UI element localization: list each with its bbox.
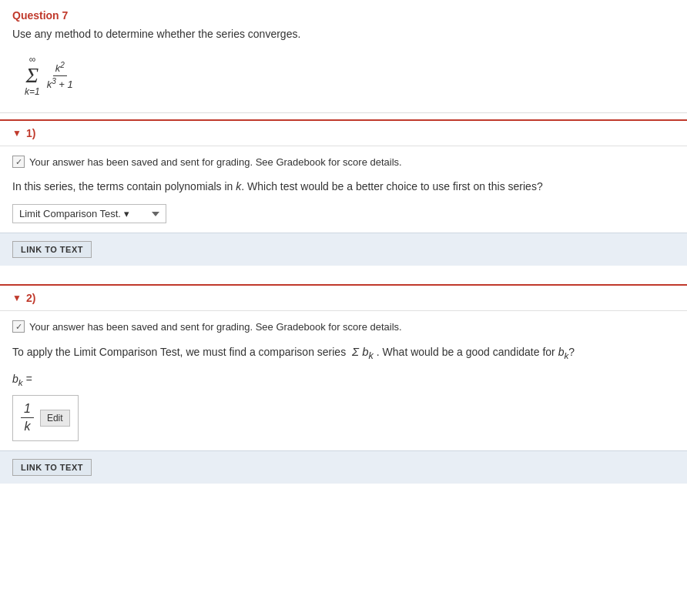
section-1-triangle: ▼ [12, 128, 22, 139]
sigma-bottom: k=1 [25, 86, 40, 97]
edit-button[interactable]: Edit [40, 410, 70, 427]
section-1-number: 1) [26, 127, 35, 139]
question-header: Question 7 Use any method to determine w… [0, 0, 687, 113]
answer-box: 1 k Edit [12, 395, 79, 441]
answer-fraction: 1 k [21, 402, 34, 434]
test-dropdown[interactable]: Limit Comparison Test. ▾ Comparison Test… [12, 204, 166, 223]
section-2-link-bar: LINK TO TEXT [0, 450, 687, 484]
formula-fraction: k2 k3 + 1 [45, 61, 75, 90]
section-2-number: 2) [26, 292, 35, 304]
math-formula: ∞ Σ k=1 k2 k3 + 1 [25, 54, 75, 97]
answer-numerator: 1 [21, 402, 34, 418]
check-icon: ✓ [12, 156, 25, 168]
section-1-body-text: In this series, the terms contain polyno… [12, 179, 675, 195]
sigma-container: ∞ Σ k=1 [25, 54, 40, 97]
formula-numerator: k2 [53, 61, 67, 75]
formula-denominator: k3 + 1 [45, 76, 75, 90]
answer-denominator: k [21, 418, 33, 434]
section-2-panel: ▼ 2) ✓ Your answer has been saved and se… [0, 284, 687, 484]
section-1-header[interactable]: ▼ 1) [0, 121, 687, 146]
section-1-body: ✓ Your answer has been saved and sent fo… [0, 146, 687, 266]
section-1-link-to-text-button[interactable]: LINK TO TEXT [12, 241, 92, 258]
section-1-link-bar: LINK TO TEXT [0, 233, 687, 266]
b-k-label: bk = [12, 373, 675, 387]
section-2-body: ✓ Your answer has been saved and sent fo… [0, 310, 687, 484]
section-2-body-text: To apply the Limit Comparison Test, we m… [12, 343, 675, 363]
question-title: Question 7 [12, 9, 675, 22]
section-2-check-icon: ✓ [12, 320, 25, 333]
section-2-link-to-text-button[interactable]: LINK TO TEXT [12, 459, 92, 476]
section-1-panel: ▼ 1) ✓ Your answer has been saved and se… [0, 119, 687, 266]
section-1-saved-notice: ✓ Your answer has been saved and sent fo… [12, 156, 675, 168]
section-2-triangle: ▼ [12, 293, 22, 303]
sigma-symbol: Σ [26, 65, 39, 86]
section-2-saved-notice: ✓ Your answer has been saved and sent fo… [12, 320, 675, 333]
section-2-header[interactable]: ▼ 2) [0, 286, 687, 310]
question-instruction: Use any method to determine whether the … [12, 28, 675, 40]
